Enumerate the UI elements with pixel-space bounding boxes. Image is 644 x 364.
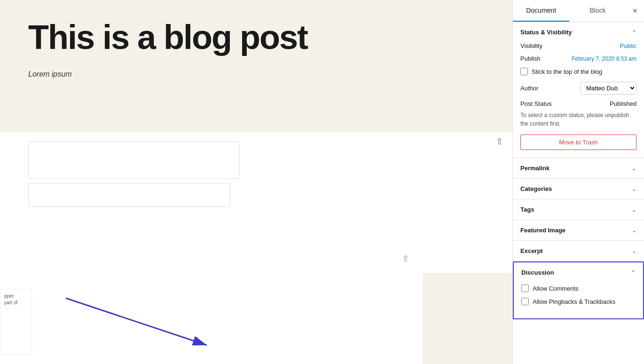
- hero-section: This is a blog post Lorem ipsum: [0, 0, 512, 132]
- chevron-icon-tags: ⌄: [632, 206, 636, 213]
- small-block-text: ppetpart of: [4, 293, 28, 306]
- visibility-label: Visibility: [520, 42, 542, 49]
- section-featured-image: Featured Image ⌄: [513, 220, 644, 241]
- section-title-categories: Categories: [520, 185, 552, 192]
- section-header-featured-image[interactable]: Featured Image ⌄: [513, 220, 644, 240]
- chevron-up-icon-2[interactable]: ⇧: [402, 253, 409, 264]
- allow-comments-checkbox[interactable]: [521, 285, 529, 292]
- stick-to-top-row: Stick to the top of the blog: [520, 68, 636, 75]
- section-title-featured-image: Featured Image: [520, 227, 565, 234]
- close-button[interactable]: ×: [626, 1, 644, 21]
- bottom-area: ⇧ ppetpart of: [0, 246, 423, 364]
- allow-comments-label[interactable]: Allow Comments: [533, 285, 579, 292]
- status-info-text: To select a custom status, please unpubl…: [520, 111, 636, 128]
- move-to-trash-button[interactable]: Move to Trash: [520, 135, 636, 150]
- section-tags: Tags ⌄: [513, 199, 644, 220]
- section-header-categories[interactable]: Categories ⌄: [513, 179, 644, 199]
- section-header-permalink[interactable]: Permalink ⌄: [513, 158, 644, 178]
- allow-pingbacks-checkbox[interactable]: [521, 298, 529, 305]
- section-header-discussion[interactable]: Discussion ⌃: [514, 262, 643, 283]
- chevron-up-icon-discussion: ⌃: [631, 269, 636, 276]
- discussion-content: Allow Comments Allow Pingbacks & Trackba…: [514, 283, 643, 318]
- publish-label: Publish: [520, 55, 541, 62]
- chevron-icon-permalink: ⌄: [632, 165, 636, 172]
- publish-value[interactable]: February 7, 2020 8:53 am: [572, 55, 636, 62]
- tab-document[interactable]: Document: [513, 0, 569, 22]
- field-visibility: Visibility Public: [520, 42, 636, 49]
- allow-pingbacks-row: Allow Pingbacks & Trackbacks: [521, 298, 636, 305]
- section-discussion: Discussion ⌃ Allow Comments Allow Pingba…: [513, 261, 644, 319]
- author-label: Author: [520, 85, 538, 92]
- section-title-discussion: Discussion: [521, 269, 554, 276]
- chevron-icon-categories: ⌄: [632, 186, 636, 192]
- blog-title: This is a blog post: [28, 19, 484, 56]
- section-categories: Categories ⌄: [513, 179, 644, 199]
- section-excerpt: Excerpt ⌄: [513, 241, 644, 261]
- block-placeholder-1: [28, 141, 240, 179]
- sidebar: Document Block × Status & Visibility ⌃ V…: [512, 0, 644, 364]
- section-title-excerpt: Excerpt: [520, 247, 543, 254]
- section-title-permalink: Permalink: [520, 165, 550, 172]
- allow-pingbacks-label[interactable]: Allow Pingbacks & Trackbacks: [533, 298, 615, 305]
- post-status-row: Post Status Published: [520, 100, 636, 107]
- section-status-visibility: Status & Visibility ⌃ Visibility Public …: [513, 22, 644, 158]
- post-status-value: Published: [610, 100, 636, 107]
- author-select[interactable]: Matteo Duò: [580, 82, 636, 95]
- section-permalink: Permalink ⌄: [513, 158, 644, 179]
- main-content: This is a blog post Lorem ipsum ⇧ ⇧ ppet…: [0, 0, 512, 364]
- section-header-status[interactable]: Status & Visibility ⌃: [513, 22, 644, 42]
- field-publish: Publish February 7, 2020 8:53 am: [520, 55, 636, 62]
- section-content-status: Visibility Public Publish February 7, 20…: [513, 42, 644, 158]
- section-title-status: Status & Visibility: [520, 29, 572, 36]
- arrow-annotation: [61, 284, 221, 359]
- block-placeholder-2: [28, 183, 230, 207]
- tab-block[interactable]: Block: [569, 0, 626, 22]
- sidebar-header: Document Block ×: [513, 0, 644, 22]
- allow-comments-row: Allow Comments: [521, 285, 636, 292]
- section-title-tags: Tags: [520, 206, 534, 213]
- section-header-tags[interactable]: Tags ⌄: [513, 199, 644, 220]
- small-sidebar-block: ppetpart of: [0, 289, 32, 355]
- post-status-label: Post Status: [520, 100, 551, 107]
- lorem-paragraph: Lorem ipsum: [28, 70, 484, 79]
- chevron-up-icon-status: ⌃: [632, 29, 636, 36]
- chevron-icon-featured-image: ⌄: [632, 227, 636, 234]
- section-header-excerpt[interactable]: Excerpt ⌄: [513, 241, 644, 261]
- field-author: Author Matteo Duò: [520, 82, 636, 95]
- stick-to-top-label[interactable]: Stick to the top of the blog: [532, 68, 602, 75]
- chevron-up-icon[interactable]: ⇧: [496, 136, 503, 147]
- stick-to-top-checkbox[interactable]: [520, 68, 528, 75]
- visibility-value[interactable]: Public: [620, 42, 636, 49]
- svg-line-1: [66, 298, 207, 345]
- chevron-icon-excerpt: ⌄: [632, 248, 636, 254]
